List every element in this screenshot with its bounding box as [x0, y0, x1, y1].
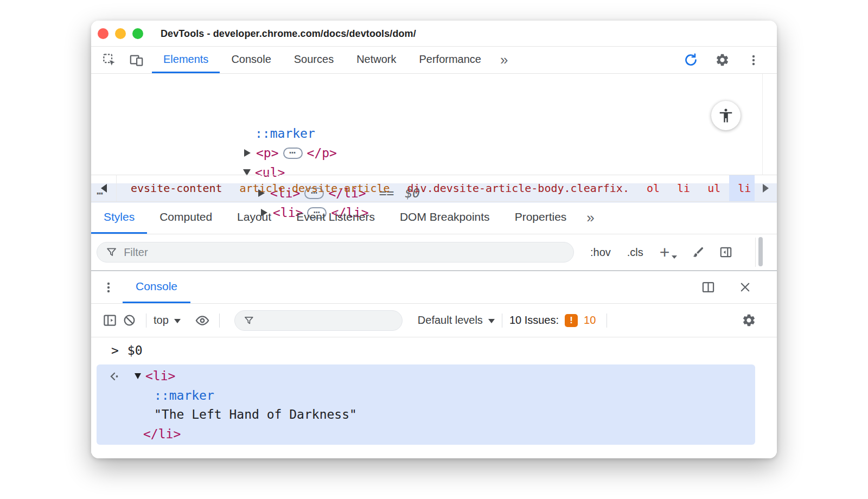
- toolbar-right-icons: [681, 47, 777, 73]
- divider: [502, 314, 502, 328]
- tab-network[interactable]: Network: [345, 47, 407, 73]
- drawer-header-icons: [699, 271, 777, 303]
- result-string-token: "The Left Hand of Darkness": [154, 407, 357, 421]
- toolbar-left-icons: [91, 47, 152, 73]
- kebab-menu-icon: [747, 54, 760, 67]
- clear-console-button[interactable]: [119, 311, 139, 330]
- drawer-tab-console[interactable]: Console: [123, 271, 190, 303]
- tab-sources[interactable]: Sources: [283, 47, 345, 73]
- tag-close-token: </p>: [307, 146, 337, 160]
- tag-open-token: <li>: [145, 369, 175, 383]
- breadcrumb-scroll-right-button[interactable]: [755, 175, 777, 201]
- pseudo-element-token: ::marker: [255, 126, 315, 140]
- console-settings-button[interactable]: [739, 311, 758, 330]
- tab-elements[interactable]: Elements: [152, 47, 220, 73]
- console-toolbar: top Default levels 10 Issues: ! 10: [91, 304, 777, 337]
- chevron-down-icon: [488, 319, 495, 323]
- tag-open-token: <p>: [256, 146, 279, 160]
- tab-performance[interactable]: Performance: [408, 47, 493, 73]
- divider: [755, 238, 756, 267]
- breadcrumb-item[interactable]: ul: [699, 175, 729, 201]
- console-command-row: > $0: [91, 337, 777, 363]
- breadcrumb-item[interactable]: evsite-content: [122, 175, 231, 201]
- toggle-element-state-button[interactable]: :hov: [590, 246, 611, 259]
- show-console-sidebar-button[interactable]: [100, 311, 119, 330]
- breadcrumb-item[interactable]: div.devsite-article-body.clearfix.: [399, 175, 638, 201]
- issues-badge-icon: !: [565, 314, 578, 327]
- panel-tabs: Elements Console Sources Network Perform…: [152, 47, 515, 73]
- minimize-window-button[interactable]: [115, 28, 126, 39]
- chevron-left-icon: [101, 184, 107, 193]
- accessibility-button[interactable]: [711, 101, 741, 130]
- tab-layout[interactable]: Layout: [225, 202, 284, 234]
- settings-button[interactable]: [713, 51, 731, 69]
- log-levels-dropdown[interactable]: Default levels: [418, 314, 495, 327]
- inline-expand-button[interactable]: …: [283, 148, 303, 159]
- refresh-icon: [684, 53, 698, 67]
- drawer-menu-button[interactable]: [91, 271, 123, 303]
- console-drawer-header: Console: [91, 270, 777, 304]
- breadcrumb-item[interactable]: ol: [638, 175, 668, 201]
- scrollbar-track[interactable]: [762, 74, 763, 175]
- console-filter-field[interactable]: [234, 310, 403, 331]
- breadcrumb-item[interactable]: article.devsite-article: [231, 175, 399, 201]
- breadcrumb-item-selected[interactable]: li: [729, 175, 755, 201]
- tab-properties[interactable]: Properties: [502, 202, 579, 234]
- divider: [146, 314, 146, 328]
- more-styles-tabs-button[interactable]: »: [579, 202, 602, 234]
- toggle-sidebar-icon: [719, 245, 733, 259]
- device-toolbar-button[interactable]: [127, 51, 145, 69]
- filter-funnel-icon: [244, 315, 254, 327]
- javascript-context-dropdown[interactable]: top: [154, 314, 181, 327]
- chevron-down-icon: [672, 255, 677, 259]
- split-panel-button[interactable]: [699, 278, 717, 297]
- tab-console[interactable]: Console: [220, 47, 282, 73]
- kebab-menu-icon: [102, 281, 115, 294]
- breadcrumb-items: evsite-content article.devsite-article d…: [117, 175, 755, 201]
- dom-row-p[interactable]: <p> … </p>: [91, 143, 777, 163]
- paint-format-button[interactable]: [691, 246, 705, 259]
- inspect-icon: [102, 53, 117, 67]
- paintbrush-icon: [691, 246, 705, 259]
- tab-dom-breakpoints[interactable]: DOM Breakpoints: [387, 202, 502, 234]
- styles-filter-input[interactable]: [124, 246, 565, 259]
- tab-styles[interactable]: Styles: [91, 202, 147, 234]
- tag-close-token: </li>: [143, 427, 181, 441]
- dom-row-marker[interactable]: ::marker: [91, 124, 777, 143]
- new-style-rule-button[interactable]: +: [660, 245, 677, 259]
- elements-dom-tree: ::marker <p> … </p> <ul> ⋯ <li> … </li> …: [91, 74, 777, 175]
- tab-computed[interactable]: Computed: [147, 202, 225, 234]
- window-titlebar: DevTools - developer.chrome.com/docs/dev…: [91, 21, 777, 47]
- reload-devtools-button[interactable]: [681, 51, 700, 69]
- styles-filter-field[interactable]: [97, 242, 574, 263]
- element-classes-button[interactable]: .cls: [627, 246, 643, 259]
- inspect-element-button[interactable]: [100, 51, 118, 69]
- live-expression-button[interactable]: [193, 311, 212, 330]
- customize-devtools-button[interactable]: [744, 51, 763, 69]
- close-window-button[interactable]: [98, 28, 108, 39]
- console-filter-input[interactable]: [259, 314, 393, 327]
- filter-funnel-icon: [106, 246, 117, 258]
- console-result-block: <li> ::marker "The Left Hand of Darkness…: [97, 364, 755, 445]
- more-panels-button[interactable]: »: [493, 47, 515, 73]
- tab-event-listeners[interactable]: Event Listeners: [284, 202, 387, 234]
- result-pseudo-token: ::marker: [154, 388, 214, 402]
- divider: [219, 314, 220, 328]
- scrollbar-thumb[interactable]: [758, 237, 763, 266]
- divider: [607, 314, 607, 328]
- breadcrumb-scroll-left-button[interactable]: [91, 175, 117, 201]
- return-value-icon: [108, 370, 122, 386]
- close-drawer-button[interactable]: [736, 278, 754, 297]
- eye-icon: [195, 313, 210, 328]
- gear-icon: [742, 313, 756, 328]
- toggle-sidebar-button[interactable]: [719, 245, 733, 259]
- gear-icon: [715, 53, 730, 67]
- console-messages: > $0 <li> ::marker "The Left Hand of Dar…: [91, 337, 777, 458]
- zoom-window-button[interactable]: [132, 28, 143, 39]
- split-panel-icon: [701, 280, 716, 295]
- breadcrumb-item[interactable]: li: [668, 175, 699, 201]
- issues-counter[interactable]: 10 Issues: ! 10: [509, 314, 596, 327]
- collapse-arrow-icon[interactable]: [135, 373, 141, 379]
- expand-arrow-icon[interactable]: [244, 149, 251, 157]
- devtools-main-toolbar: Elements Console Sources Network Perform…: [91, 47, 777, 74]
